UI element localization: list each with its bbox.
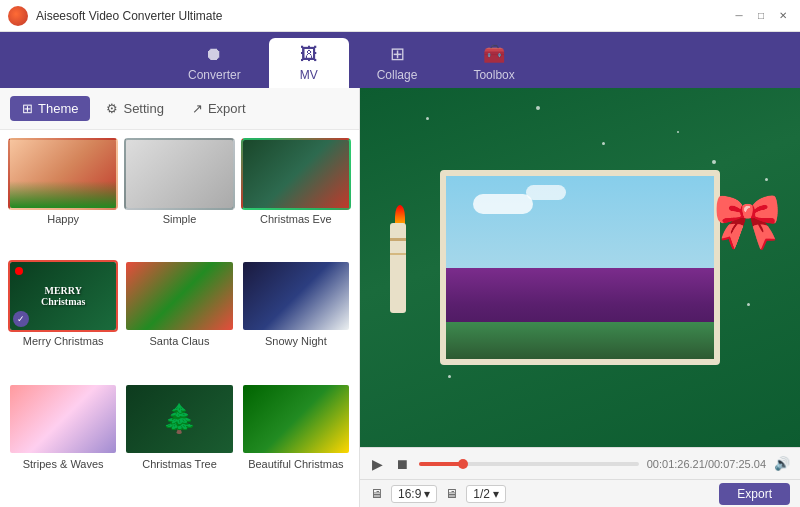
theme-item-happy[interactable]: Happy [8, 138, 118, 254]
candle-decoration [390, 223, 406, 313]
theme-thumb-simple [124, 138, 234, 210]
theme-label-stripes-waves: Stripes & Waves [23, 458, 104, 470]
theme-check-merry-christmas: ✓ [13, 311, 29, 327]
ratio-chevron: ▾ [424, 487, 430, 501]
maximize-button[interactable]: □ [752, 7, 770, 25]
theme-thumb-merry-christmas: MERRYChristmas ✓ [8, 260, 118, 332]
theme-item-beautiful-christmas[interactable]: Beautiful Christmas [241, 383, 351, 499]
scale-select[interactable]: 1/2 ▾ [466, 485, 506, 503]
subtab-setting[interactable]: ⚙ Setting [94, 96, 175, 121]
player-controls: ▶ ⏹ 00:01:26.21/00:07:25.04 🔊 [360, 447, 800, 479]
theme-grid: Happy Simple Christmas Eve MERR [0, 130, 359, 507]
left-panel: ⊞ Theme ⚙ Setting ↗ Export Happy [0, 88, 360, 507]
ratio-select[interactable]: 16:9 ▾ [391, 485, 437, 503]
screen-icon: 🖥 [370, 486, 383, 501]
theme-label-christmas-eve: Christmas Eve [260, 213, 332, 225]
theme-label-merry-christmas: Merry Christmas [23, 335, 104, 347]
theme-thumb-stripes-waves [8, 383, 118, 455]
theme-icon: ⊞ [22, 101, 33, 116]
tab-collage[interactable]: ⊞ Collage [349, 37, 446, 88]
preview-area: 🎀 [360, 88, 800, 447]
preview-window [440, 170, 720, 365]
theme-label-beautiful-christmas: Beautiful Christmas [248, 458, 343, 470]
candle-body [390, 223, 406, 313]
theme-label-snowy-night: Snowy Night [265, 335, 327, 347]
minimize-button[interactable]: ─ [730, 7, 748, 25]
theme-thumb-beautiful-christmas [241, 383, 351, 455]
theme-item-stripes-waves[interactable]: Stripes & Waves [8, 383, 118, 499]
theme-label: Theme [38, 101, 78, 116]
collage-icon: ⊞ [390, 43, 405, 65]
right-panel: 🎀 ▶ ⏹ 00:01:26.21/00:07:25.04 🔊 🖥 16:9 ▾… [360, 88, 800, 507]
mv-icon: 🖼 [300, 44, 318, 65]
stop-button[interactable]: ⏹ [393, 454, 411, 474]
scale-chevron: ▾ [493, 487, 499, 501]
theme-thumb-snowy-night [241, 260, 351, 332]
theme-label-simple: Simple [163, 213, 197, 225]
app-title: Aiseesoft Video Converter Ultimate [36, 9, 730, 23]
export-label: Export [208, 101, 246, 116]
theme-item-simple[interactable]: Simple [124, 138, 234, 254]
time-display: 00:01:26.21/00:07:25.04 [647, 458, 766, 470]
scale-value: 1/2 [473, 487, 490, 501]
theme-item-christmas-eve[interactable]: Christmas Eve [241, 138, 351, 254]
ribbon-decoration: 🎀 [713, 189, 782, 254]
monitor-icon: 🖥 [445, 486, 458, 501]
titlebar: Aiseesoft Video Converter Ultimate ─ □ ✕ [0, 0, 800, 32]
main-navigation: ⏺ Converter 🖼 MV ⊞ Collage 🧰 Toolbox [0, 32, 800, 88]
tab-toolbox[interactable]: 🧰 Toolbox [445, 37, 542, 88]
theme-item-santa-claus[interactable]: Santa Claus [124, 260, 234, 376]
collage-label: Collage [377, 68, 418, 82]
setting-icon: ⚙ [106, 101, 118, 116]
window-controls: ─ □ ✕ [730, 7, 792, 25]
theme-label-santa-claus: Santa Claus [150, 335, 210, 347]
subtab-export[interactable]: ↗ Export [180, 96, 258, 121]
tab-converter[interactable]: ⏺ Converter [160, 38, 269, 88]
export-icon: ↗ [192, 101, 203, 116]
progress-thumb [458, 459, 468, 469]
ratio-value: 16:9 [398, 487, 421, 501]
tab-mv[interactable]: 🖼 MV [269, 38, 349, 88]
close-button[interactable]: ✕ [774, 7, 792, 25]
theme-item-merry-christmas[interactable]: MERRYChristmas ✓ Merry Christmas [8, 260, 118, 376]
content-area: ⊞ Theme ⚙ Setting ↗ Export Happy [0, 88, 800, 507]
theme-label-christmas-tree: Christmas Tree [142, 458, 217, 470]
theme-thumb-santa-claus [124, 260, 234, 332]
converter-label: Converter [188, 68, 241, 82]
theme-item-christmas-tree[interactable]: 🌲 Christmas Tree [124, 383, 234, 499]
mv-label: MV [300, 68, 318, 82]
export-button[interactable]: Export [719, 483, 790, 505]
setting-label: Setting [123, 101, 163, 116]
converter-icon: ⏺ [205, 44, 223, 65]
theme-thumb-happy [8, 138, 118, 210]
volume-icon[interactable]: 🔊 [774, 456, 790, 471]
theme-label-happy: Happy [47, 213, 79, 225]
play-button[interactable]: ▶ [370, 454, 385, 474]
theme-item-snowy-night[interactable]: Snowy Night [241, 260, 351, 376]
sub-tabs: ⊞ Theme ⚙ Setting ↗ Export [0, 88, 359, 130]
ratio-controls: 🖥 16:9 ▾ 🖥 1/2 ▾ Export [360, 479, 800, 507]
toolbox-icon: 🧰 [483, 43, 505, 65]
progress-bar[interactable] [419, 462, 639, 466]
app-logo [8, 6, 28, 26]
toolbox-label: Toolbox [473, 68, 514, 82]
subtab-theme[interactable]: ⊞ Theme [10, 96, 90, 121]
progress-fill [419, 462, 463, 466]
theme-thumb-christmas-eve [241, 138, 351, 210]
theme-thumb-christmas-tree: 🌲 [124, 383, 234, 455]
